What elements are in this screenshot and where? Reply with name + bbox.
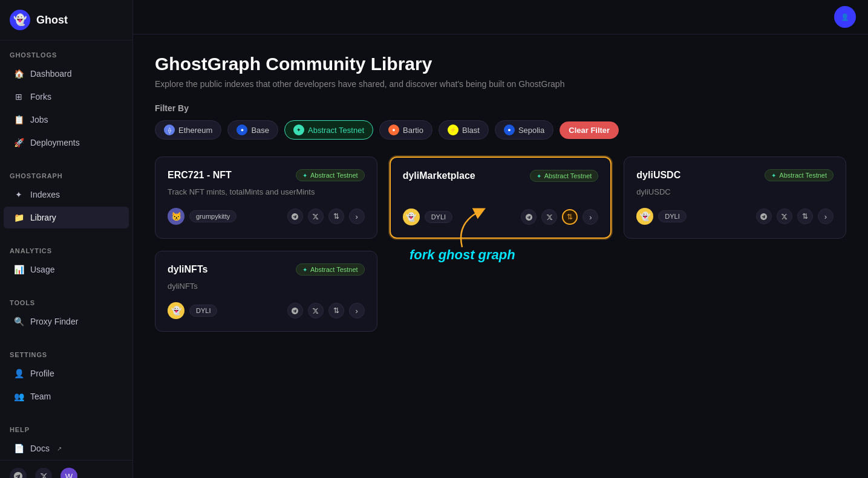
sidebar-item-label-dashboard: Dashboard <box>30 69 72 79</box>
x-twitter-card-icon-dyli-nfts[interactable] <box>308 303 324 318</box>
external-link-icon: ↗ <box>57 445 62 452</box>
sidebar-item-label-proxy-finder: Proxy Finder <box>30 317 78 326</box>
x-twitter-footer-icon[interactable] <box>35 468 52 478</box>
x-twitter-card-icon-dyli-usdc[interactable] <box>777 208 792 224</box>
jobs-icon: 📋 <box>13 114 24 125</box>
sidebar-item-library[interactable]: 📁 Library <box>4 207 129 228</box>
navigate-card-icon-erc721[interactable]: › <box>349 208 365 224</box>
help-section-label: Help <box>0 415 132 437</box>
card-desc-erc721: Track NFT mints, totalMints and userMint… <box>168 187 365 198</box>
card-dyli-nfts[interactable]: dyliNFTs ✦ Abstract Testnet dyliNFTs 👻 D… <box>155 251 377 332</box>
forks-icon: ⊞ <box>13 91 24 102</box>
navigate-card-icon-dyli-usdc[interactable]: › <box>818 208 834 224</box>
sidebar-item-usage[interactable]: 📊 Usage <box>4 259 129 280</box>
filter-chip-blast[interactable]: ⚡ Blast <box>439 120 489 140</box>
card-header-dyli-usdc: dyliUSDC ✦ Abstract Testnet <box>636 169 834 181</box>
sidebar-item-profile[interactable]: 👤 Profile <box>4 363 129 384</box>
sidebar-item-forks[interactable]: ⊞ Forks <box>4 86 129 108</box>
x-twitter-card-icon-dyli-marketplace[interactable] <box>541 209 557 225</box>
deployments-icon: 🚀 <box>13 137 24 148</box>
cards-grid: ERC721 - NFT ✦ Abstract Testnet Track NF… <box>155 157 846 332</box>
navigate-card-icon-dyli-nfts[interactable]: › <box>349 303 365 318</box>
card-tag-dyli-nfts: DYLI <box>189 305 217 317</box>
fork-card-icon-erc721[interactable]: ⇅ <box>328 208 344 224</box>
cards-container: ERC721 - NFT ✦ Abstract Testnet Track NF… <box>155 157 846 332</box>
tools-section-label: Tools <box>0 288 132 310</box>
abstract-testnet-chain-icon: ✦ <box>293 124 304 135</box>
sidebar-item-proxy-finder[interactable]: 🔍 Proxy Finder <box>4 311 129 332</box>
filter-chip-abstract-testnet-label: Abstract Testnet <box>308 126 364 135</box>
card-dyli-usdc[interactable]: dyliUSDC ✦ Abstract Testnet dyliUSDC 👻 D… <box>624 157 846 239</box>
badge-icon-dyli-usdc: ✦ <box>771 172 776 179</box>
sidebar-footer: W <box>0 460 132 478</box>
svg-text:👤: 👤 <box>841 13 849 21</box>
fork-card-icon-dyli-nfts[interactable]: ⇅ <box>328 303 344 318</box>
filter-chip-base[interactable]: ● Base <box>227 120 278 140</box>
card-desc-dyli-nfts: dyliNFTs <box>168 282 365 292</box>
analytics-section-label: Analytics <box>0 236 132 258</box>
x-twitter-card-icon-erc721[interactable] <box>308 208 324 224</box>
card-footer-icons-dyli-nfts: ⇅ › <box>287 303 365 318</box>
usage-icon: 📊 <box>13 264 24 275</box>
card-tag-label-dyli-usdc: DYLI <box>665 213 679 220</box>
ethereum-chain-icon: ⟠ <box>164 124 175 135</box>
badge-label-dyli-usdc: Abstract Testnet <box>779 172 827 179</box>
content-area: GhostGraph Community Library Explore the… <box>133 34 868 478</box>
sidebar-item-dashboard[interactable]: 🏠 Dashboard <box>4 63 129 85</box>
badge-icon-dyli-nfts: ✦ <box>302 266 307 273</box>
card-tag-erc721: grumpykitty <box>189 210 237 222</box>
fork-card-icon-dyli-usdc[interactable]: ⇅ <box>797 208 813 224</box>
card-badge-dyli-marketplace: ✦ Abstract Testnet <box>530 170 599 182</box>
sidebar-item-label-team: Team <box>30 392 51 401</box>
user-avatar[interactable]: 👤 <box>834 6 856 28</box>
card-badge-erc721: ✦ Abstract Testnet <box>296 169 365 181</box>
card-footer-dyli-marketplace: 👻 DYLI ⇅ › <box>403 208 599 225</box>
clear-filter-label: Clear Filter <box>569 126 610 135</box>
settings-section-label: Settings <box>0 340 132 362</box>
card-tag-label-dyli-marketplace: DYLI <box>431 213 446 221</box>
filter-chip-bartio[interactable]: ● Bartio <box>379 120 432 140</box>
navigate-card-icon-dyli-marketplace[interactable]: › <box>582 209 598 225</box>
sidebar-item-indexes[interactable]: ✦ Indexes <box>4 184 129 205</box>
badge-icon-dyli-marketplace: ✦ <box>537 173 541 179</box>
sepolia-chain-icon: ● <box>504 124 515 135</box>
card-badge-dyli-nfts: ✦ Abstract Testnet <box>296 263 365 276</box>
card-header-dyli-marketplace: dyliMarketplace ✦ Abstract Testnet <box>403 170 599 182</box>
filter-chip-ethereum-label: Ethereum <box>178 126 212 135</box>
proxy-finder-icon: 🔍 <box>13 316 24 327</box>
topbar: 👤 <box>133 0 868 34</box>
fork-card-icon-dyli-marketplace[interactable]: ⇅ <box>562 209 578 225</box>
blast-chain-icon: ⚡ <box>448 124 458 135</box>
card-dyli-marketplace[interactable]: dyliMarketplace ✦ Abstract Testnet 👻 DYL… <box>390 157 612 239</box>
home-icon: 🏠 <box>13 68 24 79</box>
card-tag-dyli-usdc: DYLI <box>658 210 686 222</box>
telegram-card-icon-dyli-marketplace[interactable] <box>521 209 537 225</box>
telegram-footer-icon[interactable] <box>10 468 27 478</box>
sidebar-item-docs[interactable]: 📄 Docs ↗ <box>4 438 129 459</box>
card-footer-icons-dyli-marketplace: ⇅ › <box>521 209 598 225</box>
card-footer-icons-dyli-usdc: ⇅ › <box>756 208 834 224</box>
card-title-dyli-marketplace: dyliMarketplace <box>403 170 475 181</box>
sidebar-item-label-usage: Usage <box>30 265 54 274</box>
sidebar-item-deployments[interactable]: 🚀 Deployments <box>4 132 129 153</box>
team-icon: 👥 <box>13 391 24 402</box>
sidebar-item-team[interactable]: 👥 Team <box>4 386 129 407</box>
card-avatar-erc721: 😾 <box>168 208 184 225</box>
filter-chip-ethereum[interactable]: ⟠ Ethereum <box>155 120 221 140</box>
filter-chip-sepolia[interactable]: ● Sepolia <box>495 120 553 140</box>
page-subtitle: Explore the public indexes that other de… <box>155 79 846 89</box>
filter-chip-abstract-testnet[interactable]: ✦ Abstract Testnet <box>284 120 373 140</box>
telegram-card-icon-dyli-usdc[interactable] <box>756 208 772 224</box>
clear-filter-button[interactable]: Clear Filter <box>560 121 619 139</box>
sidebar-item-jobs[interactable]: 📋 Jobs <box>4 109 129 131</box>
filter-chip-bartio-label: Bartio <box>403 126 423 135</box>
card-erc721-nft[interactable]: ERC721 - NFT ✦ Abstract Testnet Track NF… <box>155 157 377 239</box>
main-content: 👤 GhostGraph Community Library Explore t… <box>133 0 868 478</box>
world-footer-icon[interactable]: W <box>60 468 77 478</box>
badge-icon-erc721: ✦ <box>302 172 307 179</box>
sidebar-item-label-profile: Profile <box>30 369 54 378</box>
telegram-card-icon-dyli-nfts[interactable] <box>287 303 303 318</box>
filter-chip-blast-label: Blast <box>462 126 480 135</box>
card-header-dyli-nfts: dyliNFTs ✦ Abstract Testnet <box>168 263 365 276</box>
telegram-card-icon-erc721[interactable] <box>287 208 303 224</box>
